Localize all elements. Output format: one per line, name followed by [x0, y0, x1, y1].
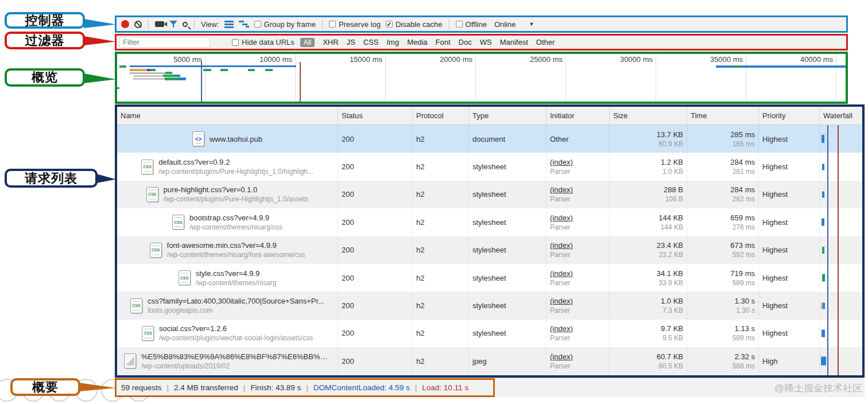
- filter-type-js[interactable]: JS: [347, 38, 355, 46]
- request-name[interactable]: %E5%B8%83%E9%9A%86%E8%BF%87%E6%BB%A...: [141, 352, 331, 361]
- initiator-sub: Parser: [550, 223, 606, 231]
- initiator-link[interactable]: (index): [550, 324, 606, 333]
- cell-size: 1.0 KB7.3 KB: [610, 292, 687, 319]
- checkbox-box[interactable]: [232, 39, 239, 46]
- table-row[interactable]: CSS css?family=Lato:400,300italic,700|So…: [117, 292, 862, 319]
- column-header-time[interactable]: Time: [687, 107, 759, 125]
- table-row[interactable]: CSS style.css?ver=4.9.9 /wp-content/them…: [117, 264, 862, 292]
- filter-type-img[interactable]: Img: [386, 38, 399, 46]
- filter-type-xhr[interactable]: XHR: [323, 38, 338, 46]
- cell-protocol: h2: [413, 125, 469, 153]
- column-header-name[interactable]: Name: [117, 107, 338, 125]
- column-header-initiator[interactable]: Initiator: [547, 107, 610, 125]
- table-row[interactable]: <> www.taohui.pub 200 h2 document Other …: [117, 125, 862, 153]
- cell-initiator: (index) Parser: [547, 292, 610, 319]
- filter-type-ws[interactable]: WS: [480, 38, 492, 46]
- request-list: NameStatusProtocolTypeInitiatorSizeTimeP…: [115, 104, 865, 378]
- initiator-link[interactable]: (index): [550, 185, 606, 194]
- initiator-link: Other: [550, 135, 606, 143]
- initiator-link[interactable]: (index): [550, 352, 606, 361]
- annotation-overview-pointer: [84, 73, 116, 83]
- filter-type-manifest[interactable]: Manifest: [500, 38, 528, 46]
- request-name[interactable]: font-awesome.min.css?ver=4.9.9: [167, 241, 305, 250]
- column-header-waterfall[interactable]: Waterfall: [820, 107, 862, 125]
- cell-protocol: h2: [413, 236, 469, 264]
- column-header-priority[interactable]: Priority: [759, 107, 820, 125]
- filter-type-all[interactable]: All: [300, 38, 315, 47]
- domcontentloaded-time: DOMContentLoaded: 4.59 s: [313, 383, 410, 392]
- filter-toggle-icon[interactable]: [169, 21, 177, 28]
- request-name[interactable]: www.taohui.pub: [210, 135, 262, 143]
- filter-type-doc[interactable]: Doc: [459, 38, 472, 46]
- chevron-down-icon[interactable]: ▼: [529, 21, 534, 27]
- table-row[interactable]: CSS pure-highlight.css?ver=0.1.0 /wp-con…: [117, 181, 862, 208]
- column-header-status[interactable]: Status: [338, 107, 413, 125]
- column-header-protocol[interactable]: Protocol: [413, 107, 469, 125]
- preserve-log-checkbox[interactable]: Preserve log: [329, 20, 381, 29]
- column-header-type[interactable]: Type: [469, 107, 547, 125]
- cell-size: 60.7 KB60.5 KB: [610, 347, 687, 375]
- throttling-select[interactable]: Online: [494, 20, 516, 29]
- screenshot-capture-icon[interactable]: [155, 21, 164, 27]
- initiator-link[interactable]: (index): [550, 158, 606, 166]
- summary-divider: |: [243, 383, 246, 392]
- overview-gridline: [385, 54, 386, 102]
- view-list-icon[interactable]: [224, 21, 234, 28]
- overview-waterfall-bar: [175, 75, 180, 77]
- record-button[interactable]: [121, 20, 129, 28]
- initiator-sub: Parser: [550, 168, 606, 176]
- filter-input[interactable]: Filter: [119, 37, 210, 48]
- overview-waterfall-bar: [130, 69, 147, 71]
- initiator-link[interactable]: (index): [550, 213, 606, 222]
- column-header-size[interactable]: Size: [610, 107, 687, 125]
- cell-time: 284 ms281 ms: [687, 153, 759, 180]
- table-row[interactable]: CSS social.css?ver=1.2.6 /wp-content/plu…: [117, 320, 862, 347]
- group-by-frame-checkbox[interactable]: Group by frame: [254, 20, 316, 29]
- request-name[interactable]: bootstrap.css?ver=4.9.9: [189, 213, 282, 222]
- initiator-link[interactable]: (index): [550, 297, 606, 305]
- checkbox-box[interactable]: [329, 21, 336, 28]
- initiator-link[interactable]: (index): [550, 269, 606, 278]
- request-name[interactable]: default.css?ver=0.9.2: [158, 158, 313, 166]
- cell-size: 9.7 KB9.5 KB: [610, 320, 687, 347]
- cell-type: document: [469, 125, 547, 153]
- cell-time: 1.30 s1.30 s: [687, 292, 759, 319]
- request-name[interactable]: css?family=Lato:400,300italic,700|Source…: [148, 297, 324, 305]
- filter-type-other[interactable]: Other: [536, 38, 555, 46]
- annotation-summary-label: 概要: [32, 379, 59, 396]
- filter-type-css[interactable]: CSS: [363, 38, 379, 46]
- filter-type-media[interactable]: Media: [407, 38, 427, 46]
- hide-data-urls-checkbox[interactable]: Hide data URLs: [232, 38, 294, 46]
- summary-divider: |: [167, 383, 169, 392]
- overview-waterfall-bar: [119, 65, 126, 68]
- cell-priority: Highest: [759, 181, 820, 208]
- request-name[interactable]: social.css?ver=1.2.6: [159, 324, 313, 333]
- request-name[interactable]: pure-highlight.css?ver=0.1.0: [164, 185, 309, 194]
- checkbox-box[interactable]: [254, 21, 261, 28]
- clear-button[interactable]: [134, 21, 142, 28]
- requests-count: 59 requests: [121, 383, 162, 392]
- offline-checkbox[interactable]: Offline: [456, 20, 487, 29]
- search-icon[interactable]: [183, 22, 188, 27]
- request-name[interactable]: style.css?ver=4.9.9: [196, 269, 277, 278]
- cell-name: CSS pure-highlight.css?ver=0.1.0 /wp-con…: [117, 181, 338, 208]
- cell-priority: Highest: [759, 208, 820, 236]
- cell-priority: Highest: [759, 153, 820, 180]
- table-row[interactable]: CSS font-awesome.min.css?ver=4.9.9 /wp-c…: [117, 236, 862, 264]
- checkbox-box[interactable]: ✓: [386, 21, 393, 28]
- network-overview[interactable]: 5000 ms10000 ms15000 ms20000 ms25000 ms3…: [115, 52, 848, 104]
- table-row[interactable]: CSS default.css?ver=0.9.2 /wp-content/pl…: [117, 153, 862, 180]
- waterfall-bar: [822, 274, 825, 282]
- filter-type-font[interactable]: Font: [436, 38, 451, 46]
- initiator-sub: Parser: [550, 334, 606, 342]
- overview-waterfall-bar: [165, 72, 172, 74]
- disable-cache-checkbox[interactable]: ✓ Disable cache: [386, 20, 443, 29]
- checkbox-box[interactable]: [456, 21, 463, 28]
- initiator-link[interactable]: (index): [550, 241, 606, 250]
- table-row[interactable]: CSS bootstrap.css?ver=4.9.9 /wp-content/…: [117, 208, 862, 236]
- cell-time: 285 ms165 ms: [687, 125, 759, 153]
- cell-name: CSS font-awesome.min.css?ver=4.9.9 /wp-c…: [117, 236, 338, 264]
- initiator-sub: Parser: [550, 251, 606, 259]
- view-waterfall-icon[interactable]: [239, 21, 249, 28]
- table-row[interactable]: %E5%B8%83%E9%9A%86%E8%BF%87%E6%BB%A... /…: [117, 347, 862, 375]
